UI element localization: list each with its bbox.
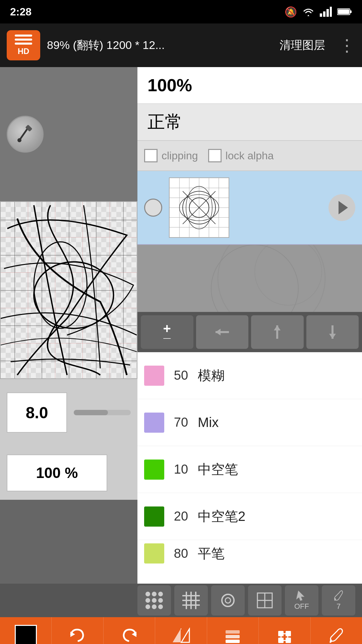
menu-lines-icon — [15, 35, 32, 45]
add-layer-button[interactable]: + — — [141, 315, 193, 349]
gray-area-decoration — [137, 245, 362, 312]
layer-number: 70 — [171, 415, 191, 430]
layer-name: 中空笔 — [198, 460, 355, 479]
list-item[interactable]: 20 中空笔2 — [137, 493, 362, 540]
move-left-button[interactable] — [196, 315, 249, 349]
move-down-button[interactable] — [306, 315, 359, 349]
gray-decorative-area — [137, 245, 362, 312]
move-up-button[interactable] — [251, 315, 304, 349]
off-label: OFF — [294, 602, 309, 611]
svg-marker-34 — [274, 325, 281, 330]
layer-radio-button[interactable] — [144, 199, 162, 217]
right-panel: 100% 正常 clipping lock alpha — [137, 67, 362, 584]
brush-size-slider[interactable] — [74, 410, 131, 415]
redo-button[interactable]: redo — [104, 617, 155, 644]
flip-button[interactable]: flip — [155, 617, 207, 644]
svg-marker-45 — [181, 629, 189, 642]
svg-point-8 — [17, 138, 21, 142]
layer-play-button[interactable] — [328, 194, 355, 221]
svg-point-29 — [255, 245, 322, 305]
signal-icon — [320, 7, 332, 17]
circular-tool-icon — [219, 592, 237, 609]
list-item[interactable]: 70 Mix — [137, 399, 362, 446]
blend-mode-box[interactable]: 正常 — [137, 104, 362, 141]
svg-rect-57 — [281, 636, 282, 639]
move-down-icon — [324, 324, 341, 340]
quad-split-tool[interactable] — [248, 585, 282, 615]
layer-icon — [223, 628, 242, 644]
svg-rect-50 — [226, 640, 240, 643]
option-button[interactable]: option — [259, 617, 310, 644]
off-tool[interactable]: OFF — [285, 585, 318, 615]
wifi-icon — [302, 7, 314, 17]
svg-rect-0 — [320, 13, 322, 17]
svg-rect-6 — [338, 9, 349, 14]
lock-alpha-checkbox[interactable] — [208, 149, 222, 162]
clipping-label: clipping — [162, 150, 198, 162]
svg-point-11 — [34, 242, 87, 328]
move-up-icon — [269, 324, 286, 340]
svg-rect-52 — [286, 631, 291, 636]
play-triangle-icon — [339, 201, 348, 214]
opacity-display: 100 % — [7, 454, 107, 491]
brush-icon — [326, 628, 346, 644]
more-options-button[interactable]: ⋮ — [339, 36, 355, 55]
list-item[interactable]: 80 平笔 — [137, 540, 362, 567]
svg-rect-1 — [323, 11, 325, 17]
status-icons: 🔕 — [285, 6, 352, 18]
svg-rect-58 — [287, 636, 288, 639]
clipping-checkbox-item[interactable]: clipping — [144, 149, 198, 162]
option-icon — [275, 628, 294, 644]
layer-color-swatch — [144, 543, 164, 564]
layer-color-swatch — [144, 413, 164, 433]
circular-tool[interactable] — [211, 585, 245, 615]
status-bar: 2:28 🔕 — [0, 0, 362, 23]
plus-icon: + — [163, 322, 171, 335]
canvas-drawing-area[interactable] — [0, 201, 137, 379]
battery-icon — [337, 7, 352, 16]
svg-rect-3 — [330, 7, 332, 17]
layer-button[interactable]: layer — [207, 617, 259, 644]
brush-button[interactable]: brush — [311, 617, 362, 644]
eyedropper-svg — [15, 124, 35, 144]
layer-name: Mix — [198, 415, 355, 430]
color-button[interactable]: color — [0, 617, 52, 644]
hash-grid-tool[interactable] — [174, 585, 208, 615]
layer-preview-area — [137, 171, 362, 245]
brush-size-area: 8.0 — [0, 379, 137, 446]
redo-icon — [120, 628, 139, 644]
hash-grid-icon — [182, 592, 200, 609]
eyedropper-tool[interactable] — [7, 116, 44, 153]
flip-icon — [171, 628, 191, 644]
layer-color-swatch — [144, 366, 164, 386]
clipping-checkbox[interactable] — [144, 149, 158, 162]
main-toolbar: color undo redo flip — [0, 617, 362, 644]
list-item[interactable]: 50 模糊 — [137, 352, 362, 399]
hd-menu-button[interactable]: HD — [7, 30, 40, 60]
dots-grid-tool[interactable] — [137, 585, 171, 615]
svg-marker-44 — [173, 629, 181, 642]
notification-muted-icon: 🔕 — [285, 6, 297, 18]
svg-rect-2 — [326, 9, 329, 17]
canvas-info: 89% (翻转) 1200 * 12... — [47, 38, 273, 53]
svg-point-38 — [225, 598, 231, 603]
hd-label: HD — [18, 47, 29, 56]
brush-tool-icon — [332, 590, 345, 601]
opacity-area: 100 % — [0, 446, 137, 500]
lock-alpha-checkbox-item[interactable]: lock alpha — [208, 149, 274, 162]
cursor-icon — [295, 590, 308, 601]
bottom-area: OFF 7 color undo — [0, 584, 362, 644]
svg-rect-5 — [350, 10, 352, 13]
undo-button[interactable]: undo — [52, 617, 103, 644]
svg-rect-51 — [278, 631, 284, 636]
lock-alpha-label: lock alpha — [226, 150, 274, 162]
brush-count-tool[interactable]: 7 — [322, 585, 355, 615]
svg-point-28 — [218, 245, 325, 312]
layer-name: 模糊 — [198, 366, 355, 385]
time-display: 2:28 — [10, 6, 32, 18]
clean-layer-button[interactable]: 清理图层 — [280, 38, 325, 53]
list-item[interactable]: 10 中空笔 — [137, 446, 362, 493]
layer-thumbnail-grid-svg — [170, 178, 229, 237]
canvas-strokes-svg — [1, 202, 137, 378]
blend-mode-value: 正常 — [147, 110, 182, 134]
